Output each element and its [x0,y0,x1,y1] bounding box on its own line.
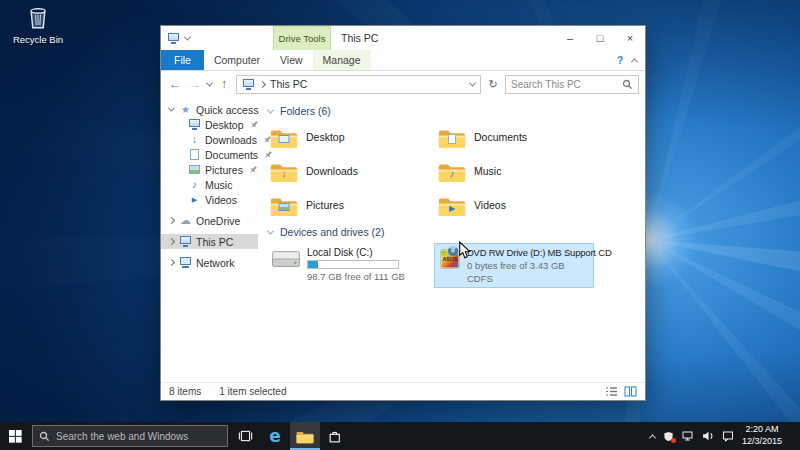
edge-icon [269,426,281,446]
folder-tile-downloads[interactable]: Downloads [266,156,434,186]
folder-tile-pictures[interactable]: Pictures [266,190,434,220]
address-bar[interactable]: This PC [236,75,481,94]
folder-tile-desktop[interactable]: Desktop [266,122,434,152]
explorer-search-input[interactable] [511,79,618,90]
breadcrumb[interactable]: This PC [270,78,307,90]
folder-label: Documents [474,131,527,143]
action-center-icon[interactable] [722,430,734,442]
refresh-button[interactable] [485,76,501,92]
sidebar-item-downloads[interactable]: Downloads [161,132,258,147]
folder-tile-videos[interactable]: Videos [434,190,602,220]
sidebar-item-onedrive[interactable]: OneDrive [161,213,258,228]
disk-usage-fill [308,261,318,268]
drive-name: Local Disk (C:) [307,247,405,258]
collapse-group-chevron-icon[interactable] [267,227,274,234]
items-count: 8 items [169,386,201,397]
folder-tile-documents[interactable]: Documents [434,122,602,152]
folders-group-label: Folders (6) [280,105,331,117]
ribbon-tab-strip: File Computer View Manage [161,50,645,71]
sidebar-label: Quick access [196,104,258,116]
items-view: Folders (6) Desktop Documents [258,97,645,382]
large-icons-view-button[interactable] [624,386,637,397]
maximize-button[interactable]: □ [585,26,615,50]
sidebar-item-network[interactable]: Network [161,255,258,270]
sidebar-item-documents[interactable]: Documents [161,147,258,162]
recycle-bin[interactable]: Recycle Bin [6,6,70,45]
task-view-icon [238,429,253,443]
minimize-button[interactable]: – [555,26,585,50]
start-button[interactable] [0,422,30,450]
qat-chevron-down-icon[interactable] [184,33,191,40]
drive-name: DVD RW Drive (D:) MB Support CD [467,247,589,258]
sidebar-item-music[interactable]: Music [161,177,258,192]
ribbon-tab-view[interactable]: View [270,50,313,70]
folder-icon [270,160,298,183]
chevron-right-icon[interactable] [167,217,174,224]
quick-access-toolbar [167,26,190,50]
documents-icon [188,148,201,161]
hard-drive-icon [271,247,301,271]
folder-label: Pictures [306,199,344,211]
store-button[interactable] [320,422,350,450]
recycle-bin-label: Recycle Bin [6,34,70,45]
help-icon[interactable] [617,54,623,66]
titlebar[interactable]: Drive Tools This PC – □ × [161,26,645,50]
window-title: This PC [341,26,378,50]
ribbon-tab-manage[interactable]: Manage [313,50,371,70]
sidebar-item-videos[interactable]: Videos [161,192,258,207]
sidebar-item-quick-access[interactable]: Quick access [161,102,258,117]
drive-tile-local-disk-c[interactable]: Local Disk (C:) 98.7 GB free of 111 GB [266,243,426,288]
folder-label: Videos [474,199,506,211]
mouse-cursor [458,241,471,260]
pictures-overlay-icon [279,203,290,211]
chevron-right-icon[interactable] [167,259,174,266]
explorer-window: Drive Tools This PC – □ × File Computer … [160,25,646,401]
edge-button[interactable] [260,422,290,450]
sidebar-label: Downloads [205,134,257,146]
folder-tile-music[interactable]: Music [434,156,602,186]
clock-date: 12/3/2015 [742,436,782,448]
breadcrumb-chevron-icon[interactable] [259,80,266,87]
show-hidden-icons-chevron-icon[interactable] [649,434,656,441]
collapse-group-chevron-icon[interactable] [267,106,274,113]
chevron-right-icon[interactable] [167,238,174,245]
taskbar-search-input[interactable] [56,431,221,442]
close-button[interactable]: × [615,26,645,50]
drive-filesystem: CDFS [467,273,589,284]
folder-icon [270,126,298,149]
sidebar-item-desktop[interactable]: Desktop [161,117,258,132]
network-tray-icon[interactable] [682,430,694,442]
recent-locations-chevron-icon[interactable] [206,79,213,86]
forward-button[interactable] [187,76,203,92]
up-button[interactable] [216,76,232,92]
devices-group-header[interactable]: Devices and drives (2) [268,226,637,238]
details-view-button[interactable] [605,386,618,397]
store-bag-icon [328,430,342,443]
folders-group-header[interactable]: Folders (6) [268,105,637,117]
address-toolbar: This PC [161,71,645,97]
search-icon[interactable] [622,79,633,90]
back-button[interactable] [167,76,183,92]
volume-tray-icon[interactable] [702,430,714,442]
task-view-button[interactable] [230,422,260,450]
drive-tools-contextual-tab[interactable]: Drive Tools [273,26,331,50]
desktop-icon [188,118,201,131]
sidebar-item-this-pc[interactable]: This PC [161,234,258,249]
defender-tray-icon[interactable] [663,431,674,442]
drive-free-space: 98.7 GB free of 111 GB [307,271,405,282]
sidebar-label: Videos [205,194,237,206]
status-bar: 8 items 1 item selected [161,382,645,400]
minimize-ribbon-chevron-icon[interactable] [631,58,638,65]
quick-access-icon [179,103,192,116]
ribbon-tab-file[interactable]: File [161,50,204,70]
clock-time: 2:20 AM [742,424,782,436]
address-dropdown-chevron-icon[interactable] [469,79,476,86]
sidebar-item-pictures[interactable]: Pictures [161,162,258,177]
folder-label: Downloads [306,165,358,177]
pictures-icon [188,163,201,176]
file-explorer-button[interactable] [290,422,320,450]
taskbar-clock[interactable]: 2:20 AM 12/3/2015 [742,424,782,447]
network-icon [179,256,192,269]
ribbon-tab-computer[interactable]: Computer [204,50,270,70]
chevron-down-icon[interactable] [167,105,174,112]
